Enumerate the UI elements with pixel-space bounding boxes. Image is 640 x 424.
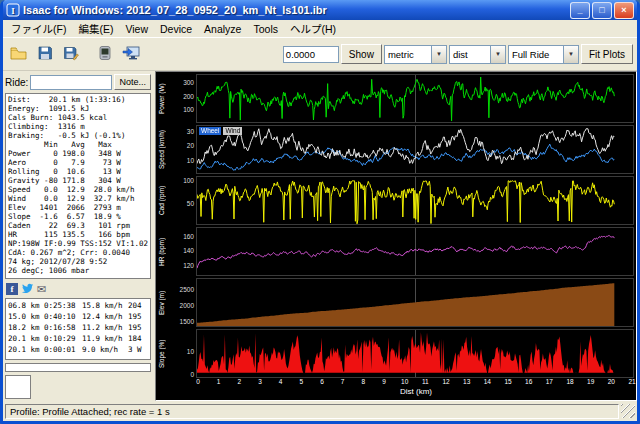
x-tick: 8 — [362, 378, 366, 385]
left-panel: Ride: Note... Dist: 20.1 km (1:33:16) En… — [3, 71, 153, 401]
range-combo-value: Full Ride — [512, 49, 550, 60]
x-tick: 9 — [382, 378, 386, 385]
y-axis-label-cad: Cad (rpm) — [158, 176, 170, 225]
menu-item-help[interactable]: ヘルプ(H) — [284, 20, 342, 37]
x-tick: 14 — [484, 378, 491, 385]
svg-text:I: I — [11, 6, 15, 16]
mini-box[interactable] — [5, 375, 31, 399]
device-icon — [97, 45, 113, 64]
x-tick: 0 — [196, 378, 200, 385]
app-window: I Isaac for Windows: 2012_07_28_0952_20_… — [0, 0, 640, 424]
y-axis-label-hr: HR (bpm) — [158, 227, 170, 276]
units-combo-value: metric — [388, 49, 414, 60]
x-tick: 5 — [300, 378, 304, 385]
ride-input[interactable] — [30, 75, 112, 90]
notes-box[interactable] — [5, 363, 151, 372]
plot-row-speed: Speed (km/h)102030WheelWind — [158, 125, 634, 174]
x-tick: 13 — [463, 378, 470, 385]
x-tick: 3 — [258, 378, 262, 385]
y-axis-label-slope: Slope (%) — [158, 329, 170, 378]
interval-row[interactable]: 20.1 km0:00:019.0 km/h3 W — [8, 344, 148, 355]
save-button[interactable] — [33, 43, 57, 65]
interval-list[interactable]: 06.8 km0:25:3815.8 km/h20415.0 km0:40:10… — [5, 298, 151, 360]
y-axis-label-elev: Elev (m) — [158, 278, 170, 327]
chart-panel: Power (W)100200300Speed (km/h)102030Whee… — [155, 71, 637, 401]
x-tick: 10 — [401, 378, 408, 385]
download-from-device-button[interactable] — [119, 43, 143, 65]
plot-hr[interactable] — [196, 227, 634, 276]
y-ticks-power: 100200300 — [170, 74, 196, 123]
value-field[interactable]: 0.0000 — [283, 46, 339, 63]
y-ticks-cad: 50100 — [170, 176, 196, 225]
units-combo[interactable]: metric ▼ — [384, 45, 447, 64]
window-title: Isaac for Windows: 2012_07_28_0952_20_km… — [23, 4, 570, 16]
titlebar[interactable]: I Isaac for Windows: 2012_07_28_0952_20_… — [3, 0, 637, 20]
plot-speed[interactable]: WheelWind — [196, 125, 634, 174]
show-button[interactable]: Show — [341, 44, 382, 64]
close-button[interactable]: × — [614, 2, 634, 19]
plot-elev[interactable] — [196, 278, 634, 327]
menu-item-edit[interactable]: 編集(E) — [72, 20, 119, 37]
ride-stats-panel: Dist: 20.1 km (1:33:16) Energy: 1091.5 k… — [5, 93, 151, 279]
share-row: f ✉ — [5, 281, 151, 296]
x-tick: 7 — [341, 378, 345, 385]
menubar: ファイル(F)編集(E)ViewDeviceAnalyzeToolsヘルプ(H) — [3, 20, 637, 38]
x-tick: 17 — [546, 378, 553, 385]
note-button[interactable]: Note... — [114, 74, 151, 90]
minimize-button[interactable]: _ — [570, 2, 590, 19]
plot-slope[interactable] — [196, 329, 634, 378]
plot-row-power: Power (W)100200300 — [158, 74, 634, 123]
plot-power[interactable] — [196, 74, 634, 123]
x-tick: 15 — [504, 378, 511, 385]
range-combo[interactable]: Full Ride ▼ — [508, 45, 579, 64]
ride-label: Ride: — [5, 77, 28, 88]
plot-row-cad: Cad (rpm)50100 — [158, 176, 634, 225]
x-tick: 2 — [238, 378, 242, 385]
fit-plots-button[interactable]: Fit Plots — [581, 44, 633, 64]
menu-item-file[interactable]: ファイル(F) — [5, 20, 72, 37]
plot-row-elev: Elev (m)150020002500 — [158, 278, 634, 327]
legend-speed: WheelWind — [199, 127, 242, 135]
maximize-button[interactable]: □ — [592, 2, 612, 19]
chevron-down-icon: ▼ — [431, 46, 446, 63]
resize-grip-icon[interactable] — [621, 404, 635, 418]
save-as-button[interactable] — [59, 43, 83, 65]
xaxis-combo[interactable]: dist ▼ — [449, 45, 506, 64]
x-axis-ticks: 0123456789101112131415161718192021 — [198, 378, 632, 387]
y-ticks-slope: 010 — [170, 329, 196, 378]
device-button[interactable] — [93, 43, 117, 65]
x-tick: 18 — [566, 378, 573, 385]
x-tick: 16 — [525, 378, 532, 385]
y-axis-label-power: Power (W) — [158, 74, 170, 123]
y-ticks-speed: 102030 — [170, 125, 196, 174]
open-file-button[interactable] — [7, 43, 31, 65]
facebook-icon[interactable]: f — [6, 283, 18, 295]
email-icon[interactable]: ✉ — [37, 283, 46, 295]
legend-item-wind: Wind — [223, 127, 242, 135]
x-tick: 20 — [608, 378, 615, 385]
xaxis-combo-value: dist — [453, 49, 468, 60]
app-icon: I — [6, 3, 20, 17]
floppy-icon — [37, 45, 53, 64]
menu-item-tools[interactable]: Tools — [247, 22, 284, 36]
y-ticks-elev: 150020002500 — [170, 278, 196, 327]
x-tick: 6 — [320, 378, 324, 385]
twitter-icon[interactable] — [21, 283, 34, 295]
plot-row-slope: Slope (%)010 — [158, 329, 634, 378]
status-bar: Profile: Profile Attached; rec rate = 1 … — [3, 401, 637, 421]
interval-row[interactable]: 15.0 km0:40:1012.4 km/h195 — [8, 311, 148, 322]
plots-stack: Power (W)100200300Speed (km/h)102030Whee… — [158, 74, 634, 378]
chevron-down-icon: ▼ — [563, 46, 578, 63]
monitor-arrow-icon — [122, 45, 140, 64]
legend-item-wheel: Wheel — [199, 127, 221, 135]
interval-row[interactable]: 06.8 km0:25:3815.8 km/h204 — [8, 300, 148, 311]
menu-item-device[interactable]: Device — [154, 22, 198, 36]
menu-item-analyze[interactable]: Analyze — [198, 22, 247, 36]
plot-cad[interactable] — [196, 176, 634, 225]
toolbar: 0.0000 Show metric ▼ dist ▼ Full Ride ▼ … — [3, 38, 637, 71]
chevron-down-icon: ▼ — [490, 46, 505, 63]
interval-row[interactable]: 18.2 km0:16:5811.2 km/h195 — [8, 322, 148, 333]
y-ticks-hr: 120140160 — [170, 227, 196, 276]
menu-item-view[interactable]: View — [119, 22, 154, 36]
interval-row[interactable]: 20.1 km0:10:2911.9 km/h184 — [8, 333, 148, 344]
